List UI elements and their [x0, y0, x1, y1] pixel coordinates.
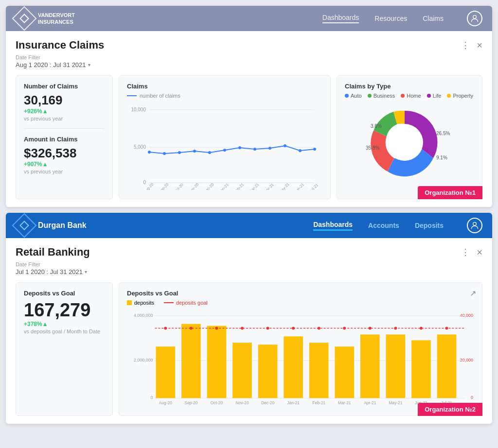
svg-text:2,000,000: 2,000,000: [134, 358, 153, 362]
org1-dashboard: VANDERVORT INSURANCES Dashboards Resourc…: [6, 6, 492, 207]
svg-point-18: [313, 148, 316, 151]
org2-chart-title: Deposits vs Goal: [127, 290, 474, 297]
org1-divider: [24, 128, 105, 129]
org2-nav-dashboards[interactable]: Dashboards: [313, 221, 353, 231]
svg-point-14: [253, 148, 256, 151]
legend-home: Home: [401, 93, 421, 99]
org2-badge: Organization №2: [418, 403, 482, 416]
legend-business: Business: [368, 93, 395, 99]
svg-point-7: [148, 151, 151, 154]
org1-line-chart: 10,000 5,000 0: [127, 103, 322, 190]
org1-nav-dashboards[interactable]: Dashboards: [322, 14, 359, 23]
org1-badge: Organization №1: [418, 186, 482, 199]
org2-logo: Durgan Bank: [16, 217, 87, 234]
bar-jul21: [437, 334, 457, 398]
org2-user-avatar[interactable]: [467, 218, 482, 233]
svg-text:10,000: 10,000: [131, 107, 146, 112]
legend-life: Life: [427, 93, 442, 99]
svg-text:40,000: 40,000: [460, 313, 473, 318]
property-dot: [447, 94, 451, 98]
org2-menu-icon[interactable]: ⋮: [461, 247, 470, 258]
svg-text:20,000: 20,000: [460, 358, 473, 362]
org1-nav-claims[interactable]: Claims: [423, 15, 444, 22]
legend-deposits: deposits: [127, 300, 154, 306]
svg-point-15: [268, 147, 271, 150]
org2-bar-chart: 4,000,000 2,000,000 0 40,000 20,000 0: [127, 310, 474, 407]
org1-chart-title: Claims: [127, 83, 322, 90]
org1-amount-change: +907%▲: [24, 161, 105, 168]
svg-text:Apr-21: Apr-21: [264, 182, 275, 190]
org1-content: Insurance Claims ⋮ × Date Filter Aug 1 2…: [6, 31, 492, 207]
legend-auto: Auto: [345, 93, 362, 99]
org1-date-filter-value[interactable]: Aug 1 2020 : Jul 31 2021 ▾: [16, 61, 482, 69]
svg-point-10: [193, 150, 196, 153]
org1-donut-card: Claims by Type Auto Business Home: [337, 75, 482, 199]
svg-point-54: [343, 327, 346, 330]
org1-title-row: Insurance Claims ⋮ ×: [16, 39, 482, 52]
org2-close-icon[interactable]: ×: [477, 247, 482, 258]
org2-nav-accounts[interactable]: Accounts: [368, 222, 399, 229]
svg-text:26.5%: 26.5%: [436, 131, 450, 136]
org1-number-of-claims: Number of Claims 30,169 +926%▲ vs previo…: [24, 83, 105, 121]
org1-line-chart-card: Claims number of claims 10,000 5,000 0: [119, 75, 331, 199]
svg-text:35.8%: 35.8%: [366, 145, 379, 151]
org1-nav: VANDERVORT INSURANCES Dashboards Resourc…: [6, 6, 492, 31]
svg-text:Sep-20: Sep-20: [158, 182, 170, 190]
org1-nav-resources[interactable]: Resources: [374, 15, 407, 22]
business-dot: [368, 94, 372, 98]
life-dot: [427, 94, 431, 98]
svg-point-53: [318, 327, 320, 330]
org2-deposits-label: Deposits vs Goal: [24, 290, 105, 297]
svg-point-8: [163, 152, 166, 155]
org2-logo-text: Durgan Bank: [38, 221, 87, 230]
org2-expand-icon[interactable]: ↗: [470, 289, 476, 298]
svg-text:Jun-21: Jun-21: [293, 182, 305, 190]
svg-point-9: [178, 151, 181, 154]
org2-chart-legend: deposits deposits goal: [127, 300, 474, 306]
svg-text:Apr-21: Apr-21: [364, 400, 376, 405]
svg-text:Nov-20: Nov-20: [188, 182, 200, 190]
org2-date-filter-label: Date Filter: [16, 261, 482, 267]
org1-claims-vs: vs previous year: [24, 116, 105, 121]
org1-amount-label: Amount in Claims: [24, 136, 105, 143]
org2-nav-deposits[interactable]: Deposits: [415, 222, 444, 229]
legend-line-indicator: [127, 95, 137, 96]
org1-menu-icon[interactable]: ⋮: [461, 40, 470, 51]
svg-text:Nov-20: Nov-20: [235, 400, 249, 405]
svg-text:Feb-21: Feb-21: [312, 400, 325, 405]
bar-jan21: [284, 336, 303, 398]
svg-text:0: 0: [143, 180, 146, 185]
svg-point-57: [420, 327, 423, 330]
org2-nav: Durgan Bank Dashboards Accounts Deposits: [6, 213, 492, 238]
org1-nav-links: Dashboards Resources Claims: [322, 11, 482, 26]
svg-text:4,000,000: 4,000,000: [134, 313, 153, 318]
svg-text:May-21: May-21: [278, 182, 291, 190]
org1-claims-stats: Number of Claims 30,169 +926%▲ vs previo…: [16, 75, 113, 199]
svg-point-31: [386, 124, 423, 161]
bar-oct20: [207, 326, 227, 398]
bar-nov20: [232, 343, 252, 398]
org2-deposits-vs: vs deposits goal / Month to Date: [24, 328, 105, 334]
org2-metrics-row: Deposits vs Goal 167,279 +378%▲ vs depos…: [16, 282, 482, 416]
org2-date-filter-value[interactable]: Jul 1 2020 : Jul 31 2021 ▾: [16, 268, 482, 276]
org1-user-avatar[interactable]: [467, 11, 482, 26]
svg-point-13: [238, 146, 241, 149]
auto-dot: [345, 94, 349, 98]
goal-legend-line: [164, 302, 174, 303]
svg-text:0: 0: [151, 395, 153, 400]
org1-close-icon[interactable]: ×: [477, 40, 482, 51]
bar-jun21: [411, 340, 431, 398]
bar-sep20: [181, 324, 201, 398]
org2-title-row: Retail Banking ⋮ ×: [16, 246, 482, 258]
svg-text:Sep-20: Sep-20: [184, 400, 197, 405]
org2-content: Retail Banking ⋮ × Date Filter Jul 1 202…: [6, 238, 492, 424]
svg-point-47: [164, 327, 167, 330]
bar-mar21: [335, 346, 354, 398]
svg-point-58: [445, 327, 448, 330]
org1-claims-value: 30,169: [24, 93, 105, 108]
svg-point-16: [284, 144, 286, 147]
svg-point-48: [190, 327, 193, 330]
svg-text:Mar-21: Mar-21: [338, 400, 351, 405]
bar-dec20: [258, 345, 278, 398]
bar-aug20: [156, 346, 176, 398]
